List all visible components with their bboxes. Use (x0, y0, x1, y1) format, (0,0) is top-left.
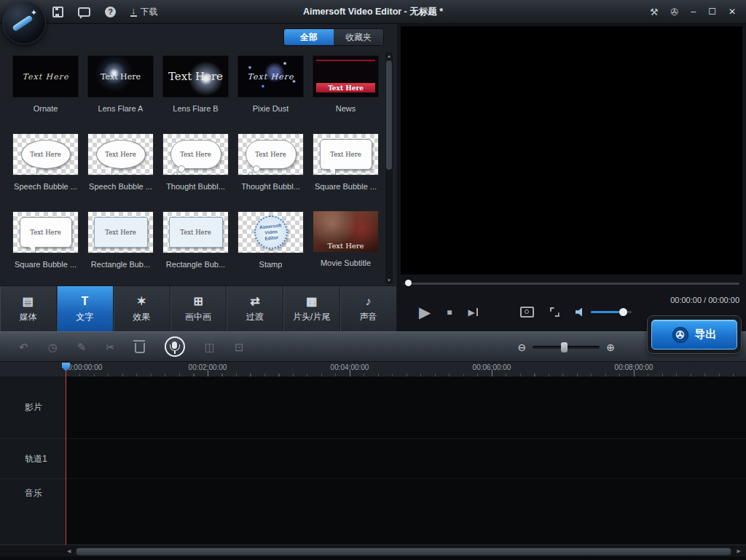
video-lane[interactable] (66, 376, 746, 439)
effect-thumbnail: Text Here (162, 211, 229, 253)
library-item[interactable]: Text Here Square Bubble ... (310, 133, 381, 211)
scroll-right-icon[interactable]: ▶ (737, 548, 741, 554)
effect-label: Rectangle Bub... (166, 260, 225, 269)
history-icon[interactable]: ◷ (48, 342, 58, 352)
library-scrollbar-thumb[interactable] (386, 60, 392, 170)
library-item[interactable]: Text Here Rectangle Bub... (85, 211, 156, 289)
timeline-lanes[interactable] (66, 376, 746, 545)
zoom-out-icon[interactable]: ⊖ (518, 342, 527, 353)
library-item[interactable]: Text Here Pixie Dust (235, 55, 306, 133)
export-button[interactable]: ✇ 导出 (651, 320, 737, 350)
fullscreen-button[interactable] (550, 307, 560, 317)
library-item[interactable]: Text Here Lens Flare B (160, 55, 231, 133)
category-tab-sound[interactable]: ♪ 声音 (340, 286, 397, 331)
seek-bar[interactable] (404, 283, 739, 285)
ruler-label: 0:00:00:00 (68, 363, 102, 371)
volume-slider[interactable] (591, 311, 632, 313)
timeline-tracks: 影片 轨道1 音乐 (0, 376, 746, 545)
library-item[interactable]: Text Here Ornate (10, 55, 81, 133)
tab-all[interactable]: 全部 (284, 29, 334, 45)
library-item[interactable]: Text Here Speech Bubble ... (10, 133, 81, 211)
window-bottom-edge (0, 556, 746, 560)
effect-thumbnail: Text Here (237, 55, 304, 98)
wrench-icon[interactable]: ⚒ (650, 7, 659, 17)
hscrollbar-thumb[interactable] (76, 548, 731, 556)
edit-icon[interactable]: ✎ (77, 342, 87, 352)
media-icon: ▤ (23, 294, 34, 308)
category-label: 片头/片尾 (293, 311, 330, 323)
effect-thumbnail: Text Here (162, 55, 229, 98)
zoom-slider[interactable] (533, 346, 600, 349)
library-item[interactable]: Text Here Speech Bubble ... (85, 133, 156, 211)
scroll-up-icon[interactable]: ▲ (385, 53, 393, 59)
library-item[interactable]: Aimersoft Video Editor Stamp (235, 211, 306, 289)
undo-icon[interactable]: ↶ (19, 342, 28, 352)
ruler-label: 00:06:00:00 (473, 363, 511, 371)
track1-lane[interactable] (66, 439, 746, 479)
microphone-icon (172, 342, 177, 349)
play-button[interactable]: ▶ (419, 304, 431, 320)
effect-thumbnail: Text Here (87, 55, 154, 98)
record-voiceover-button[interactable] (165, 336, 185, 357)
step-forward-button[interactable]: ▶ (468, 308, 477, 317)
download-label: 下载 (141, 6, 158, 18)
pip-tool-icon[interactable]: ◫ (205, 342, 215, 352)
maximize-button[interactable]: ☐ (708, 7, 716, 17)
scroll-down-icon[interactable]: ▼ (385, 277, 393, 283)
effect-thumbnail: Text Here (313, 133, 379, 176)
scroll-left-icon[interactable]: ◀ (67, 548, 71, 554)
speaker-icon[interactable] (576, 308, 585, 317)
sparkle-icon: ✦ (31, 8, 37, 17)
volume-knob[interactable] (619, 308, 627, 316)
category-tab-pip[interactable]: ⊞ 画中画 (170, 286, 227, 331)
delete-icon[interactable] (135, 343, 145, 353)
library-item[interactable]: Text Here Thought Bubbl... (235, 133, 306, 211)
library-tab-group: 全部 收藏夹 (283, 28, 384, 46)
effect-label: Square Bubble ... (315, 182, 377, 191)
effect-label: Movie Subtitle (321, 259, 371, 267)
effect-thumbnail: Text Here (313, 211, 378, 252)
snapshot-button[interactable] (520, 307, 534, 318)
minimize-button[interactable]: – (691, 7, 696, 17)
save-icon[interactable] (52, 7, 63, 17)
library-item[interactable]: Text Here Rectangle Bub... (160, 211, 231, 289)
app-logo-icon[interactable]: ✦ (2, 1, 46, 44)
music-lane[interactable] (66, 479, 746, 545)
category-label: 文字 (76, 311, 93, 323)
help-icon[interactable]: ? (105, 7, 116, 17)
camcorder-icon[interactable]: ✇ (671, 7, 679, 17)
category-tab-effects[interactable]: ✶ 效果 (114, 286, 170, 331)
playhead-line[interactable] (66, 370, 66, 545)
feedback-icon[interactable] (78, 7, 90, 17)
library-scrollbar[interactable]: ▲ ▼ (385, 52, 393, 284)
effect-label: Speech Bubble ... (14, 182, 77, 191)
stop-button[interactable]: ■ (447, 308, 452, 317)
effect-thumbnail: Text Here (162, 133, 229, 176)
library-item[interactable]: Text Here Lens Flare A (85, 55, 156, 133)
category-tab-text[interactable]: T 文字 (57, 286, 114, 331)
download-button[interactable]: ↓ 下载 (130, 6, 158, 18)
category-tab-transition[interactable]: ⇄ 过渡 (227, 286, 283, 331)
library-item[interactable]: Text Here Thought Bubbl... (160, 133, 231, 211)
zoom-in-icon[interactable]: ⊕ (606, 342, 615, 353)
sound-icon: ♪ (366, 294, 372, 308)
effects-icon: ✶ (136, 294, 146, 308)
timeline-ruler[interactable]: 0:00:00:00 00:02:00:00 00:04:00:00 00:06… (66, 362, 746, 376)
zoom-knob[interactable] (561, 342, 568, 352)
category-tab-media[interactable]: ▤ 媒体 (0, 286, 57, 331)
timeline-hscrollbar[interactable]: ◀ ▶ (0, 545, 746, 557)
cut-icon[interactable]: ✂ (106, 342, 115, 352)
effect-thumbnail: Aimersoft Video Editor (237, 211, 304, 253)
library-item[interactable]: Text Here Movie Subtitle (310, 211, 381, 289)
library-item[interactable]: Text Here Square Bubble ... (10, 211, 81, 289)
close-button[interactable]: ✕ (729, 7, 736, 17)
capture-icon[interactable]: ⊡ (235, 342, 244, 352)
seek-handle[interactable] (405, 280, 412, 286)
category-label: 媒体 (19, 311, 36, 323)
tab-favorites[interactable]: 收藏夹 (334, 29, 383, 45)
effect-thumbnail: Text Here (87, 211, 154, 253)
library-item[interactable]: Text Here News (310, 55, 381, 133)
effect-label: Lens Flare B (173, 104, 218, 113)
category-tab-intro-credits[interactable]: ▦ 片头/片尾 (283, 286, 340, 331)
effect-label: Thought Bubbl... (241, 182, 300, 191)
